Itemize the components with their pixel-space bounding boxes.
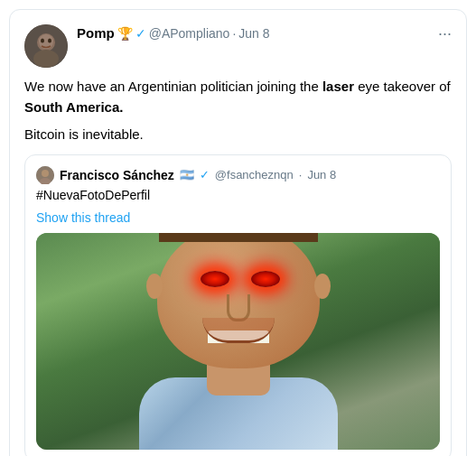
tweet-date: Jun 8 bbox=[238, 25, 269, 42]
tweet-text-pre: We now have an Argentinian politician jo… bbox=[24, 79, 322, 94]
svg-point-4 bbox=[41, 39, 44, 43]
show-thread-link[interactable]: Show this thread bbox=[36, 210, 130, 225]
face bbox=[157, 233, 320, 368]
svg-point-2 bbox=[33, 50, 59, 68]
quoted-verified-icon: ✓ bbox=[200, 168, 210, 181]
user-handle: @APompliano bbox=[149, 25, 230, 42]
ear-left bbox=[146, 274, 163, 299]
quoted-flag-icon: 🇦🇷 bbox=[180, 168, 194, 181]
ear-right bbox=[314, 274, 331, 299]
trophy-badge: 🏆 bbox=[117, 25, 133, 42]
eye-left-laser bbox=[201, 271, 229, 287]
tweet-text-line2: South America. bbox=[24, 99, 123, 115]
quoted-user-name: Francisco Sánchez bbox=[60, 168, 174, 182]
separator-dot: · bbox=[232, 25, 236, 42]
quoted-user-handle: @fsancheznqn bbox=[215, 168, 294, 181]
tweet-text-line1: We now have an Argentinian politician jo… bbox=[24, 77, 452, 117]
svg-point-5 bbox=[48, 39, 51, 43]
svg-point-7 bbox=[42, 170, 49, 177]
avatar-image bbox=[24, 24, 68, 68]
avatar bbox=[24, 24, 68, 68]
tweet-card: Pomp 🏆 ✓ @APompliano · Jun 8 ··· We now … bbox=[9, 9, 467, 456]
user-display-name: Pomp bbox=[77, 24, 115, 42]
eye-right-laser bbox=[251, 271, 280, 287]
user-name-row: Pomp 🏆 ✓ @APompliano · Jun 8 bbox=[77, 24, 438, 42]
hair bbox=[159, 233, 318, 242]
quoted-tweet-header: Francisco Sánchez 🇦🇷 ✓ @fsancheznqn · Ju… bbox=[36, 166, 440, 184]
tweet-body: We now have an Argentinian politician jo… bbox=[24, 77, 452, 145]
tweet-text-bold: laser bbox=[322, 79, 354, 94]
tweet-image bbox=[36, 233, 440, 450]
user-info: Pomp 🏆 ✓ @APompliano · Jun 8 bbox=[77, 24, 438, 42]
more-options-icon[interactable]: ··· bbox=[438, 24, 452, 43]
quoted-separator: · bbox=[299, 168, 303, 181]
quoted-tweet[interactable]: Francisco Sánchez 🇦🇷 ✓ @fsancheznqn · Ju… bbox=[24, 154, 452, 457]
quoted-avatar bbox=[36, 166, 54, 184]
quoted-tweet-date: Jun 8 bbox=[307, 168, 336, 181]
quoted-tweet-body: #NuevaFotoDePerfil bbox=[36, 188, 440, 202]
tweet-header: Pomp 🏆 ✓ @APompliano · Jun 8 ··· bbox=[24, 24, 452, 68]
quoted-hashtag: #NuevaFotoDePerfil bbox=[36, 188, 150, 202]
verified-icon: ✓ bbox=[135, 25, 146, 42]
tweet-text-line3: Bitcoin is inevitable. bbox=[24, 125, 452, 145]
tweet-text-post: eye takeover of bbox=[354, 79, 451, 94]
